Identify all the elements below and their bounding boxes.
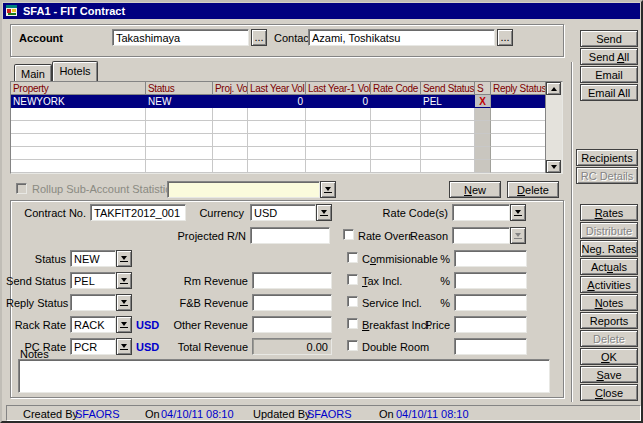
- scroll-up-button[interactable]: [546, 82, 561, 95]
- rollup-checkbox[interactable]: [16, 183, 27, 194]
- distribute-button[interactable]: Distribute: [580, 222, 638, 239]
- breakfast-incl-checkbox[interactable]: [347, 318, 358, 329]
- notes-textarea[interactable]: [18, 359, 550, 393]
- fb-revenue-label: F&B Revenue: [162, 297, 248, 310]
- cell-send-status: PEL: [421, 95, 475, 108]
- send-status-combo[interactable]: PEL: [70, 272, 116, 289]
- tab-hotels[interactable]: Hotels: [52, 61, 98, 81]
- send-all-button[interactable]: Send All: [580, 48, 638, 65]
- updated-by-value: SFAORS: [307, 408, 352, 420]
- new-button[interactable]: New: [449, 181, 501, 198]
- table-row-empty[interactable]: [11, 160, 546, 173]
- recipients-button[interactable]: Recipients: [576, 149, 638, 166]
- commissionable-checkbox[interactable]: [347, 252, 358, 263]
- status-bar: Created By SFAORS On 04/10/11 08:10 Upda…: [6, 405, 641, 421]
- table-row-empty[interactable]: [11, 108, 546, 121]
- currency-combo-arrow[interactable]: [316, 204, 332, 221]
- column-header-status[interactable]: Status: [146, 82, 213, 95]
- ok-button[interactable]: OK: [580, 348, 638, 365]
- reason-combo[interactable]: [452, 227, 510, 244]
- rack-rate-label: Rack Rate: [6, 319, 66, 332]
- table-scrollbar[interactable]: [545, 82, 562, 173]
- contract-no-input[interactable]: TAKFIT2012_001: [90, 204, 186, 221]
- other-revenue-label: Other Revenue: [162, 319, 248, 332]
- contract-no-label: Contract No.: [22, 207, 86, 220]
- actuals-button[interactable]: Actuals: [580, 258, 638, 275]
- table-row-selected[interactable]: NEWYORK NEW 0 0 PEL X: [11, 95, 546, 108]
- projected-rn-input[interactable]: [250, 227, 330, 244]
- email-button[interactable]: Email: [580, 66, 638, 83]
- status-combo-arrow[interactable]: [116, 250, 132, 267]
- column-header-proj-vol[interactable]: Proj. Vol: [213, 82, 248, 95]
- rates-button[interactable]: Rates: [580, 204, 638, 221]
- updated-by-label: Updated By: [253, 408, 310, 420]
- rollup-combo-arrow[interactable]: [320, 181, 336, 198]
- service-percent-input[interactable]: [454, 294, 527, 311]
- delete-button[interactable]: Delete: [580, 330, 638, 347]
- rate-overr-checkbox[interactable]: [343, 229, 354, 240]
- app-window: SFA1 - FIT Contract Account Takashimaya …: [0, 0, 643, 423]
- rate-codes-combo[interactable]: [452, 204, 510, 221]
- close-button[interactable]: Close: [580, 384, 638, 401]
- projected-rn-label: Projected R/N: [172, 230, 246, 243]
- tab-main[interactable]: Main: [14, 64, 52, 81]
- column-header-last-year-1-vol[interactable]: Last Year-1 Vol: [306, 82, 371, 95]
- table-row-empty[interactable]: [11, 121, 546, 134]
- send-button[interactable]: Send: [580, 30, 638, 47]
- reply-status-combo[interactable]: [70, 294, 116, 311]
- reason-combo-arrow[interactable]: [510, 227, 526, 244]
- tax-percent-input[interactable]: [454, 272, 527, 289]
- reply-status-combo-arrow[interactable]: [116, 294, 132, 311]
- currency-label: Currency: [182, 207, 244, 220]
- email-all-button[interactable]: Email All: [580, 84, 638, 101]
- created-on-value: 04/10/11 08:10: [161, 408, 234, 420]
- service-incl-label: Service Incl.: [362, 297, 422, 310]
- column-header-send-status[interactable]: Send Status: [421, 82, 475, 95]
- breakfast-price-input[interactable]: [454, 316, 527, 333]
- pc-rate-combo[interactable]: PCR: [70, 338, 116, 355]
- activities-button[interactable]: Activities: [580, 276, 638, 293]
- rate-codes-combo-arrow[interactable]: [510, 204, 526, 221]
- fb-revenue-input[interactable]: [252, 294, 332, 311]
- account-browse-button[interactable]: ...: [251, 29, 267, 46]
- updated-on-value: 04/10/11 08:10: [396, 408, 469, 420]
- rc-details-button[interactable]: RC Details: [576, 167, 638, 184]
- cell-property: NEWYORK: [11, 95, 146, 108]
- other-revenue-input[interactable]: [252, 316, 332, 333]
- column-header-s[interactable]: S: [475, 82, 491, 95]
- column-header-rate-code[interactable]: Rate Code: [371, 82, 421, 95]
- reports-button[interactable]: Reports: [580, 312, 638, 329]
- cell-status: NEW: [146, 95, 213, 108]
- cell-reply-status: [491, 95, 546, 108]
- save-button[interactable]: Save: [580, 366, 638, 383]
- table-row-empty[interactable]: [11, 134, 546, 147]
- rate-codes-label: Rate Code(s): [382, 207, 448, 220]
- send-status-combo-arrow[interactable]: [116, 272, 132, 289]
- rack-rate-combo-arrow[interactable]: [116, 316, 132, 333]
- column-header-reply-status[interactable]: Reply Status: [491, 82, 546, 95]
- delete-row-button[interactable]: Delete: [507, 181, 559, 198]
- table-row-empty[interactable]: [11, 147, 546, 160]
- created-by-label: Created By: [23, 408, 78, 420]
- contact-input[interactable]: Azami, Toshikatsu: [308, 29, 495, 46]
- service-incl-checkbox[interactable]: [347, 296, 358, 307]
- currency-combo[interactable]: USD: [250, 204, 316, 221]
- status-combo[interactable]: NEW: [70, 250, 116, 267]
- rack-rate-combo[interactable]: RACK: [70, 316, 116, 333]
- account-input[interactable]: Takashimaya: [112, 29, 249, 46]
- rm-revenue-input[interactable]: [252, 272, 332, 289]
- pc-rate-combo-arrow[interactable]: [116, 338, 132, 355]
- tax-incl-checkbox[interactable]: [347, 274, 358, 285]
- notes-button[interactable]: Notes: [580, 294, 638, 311]
- app-icon: [6, 5, 19, 18]
- hotels-table: Property Status Proj. Vol Last Year Vol …: [10, 81, 563, 174]
- neg-rates-button[interactable]: Neg. Rates: [580, 240, 638, 257]
- commissionable-percent-input[interactable]: [454, 250, 527, 267]
- contact-browse-button[interactable]: ...: [497, 29, 513, 46]
- double-room-checkbox[interactable]: [347, 340, 358, 351]
- column-header-last-year-vol[interactable]: Last Year Vol: [248, 82, 306, 95]
- scroll-down-button[interactable]: [546, 160, 561, 173]
- rollup-combo-input[interactable]: [167, 181, 320, 198]
- double-room-input[interactable]: [454, 338, 527, 355]
- column-header-property[interactable]: Property: [11, 82, 146, 95]
